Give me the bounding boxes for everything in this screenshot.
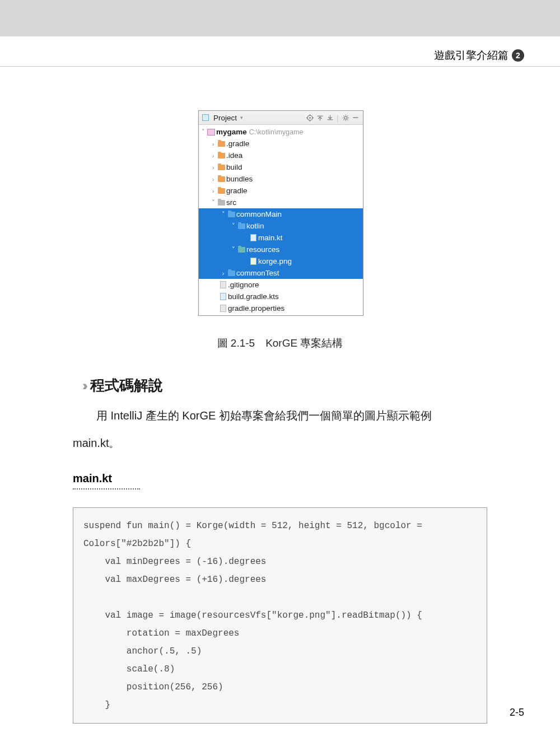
- tree-folder-commontest[interactable]: ›commonTest: [199, 267, 363, 279]
- chevron-down-icon[interactable]: ˅: [220, 211, 226, 218]
- section-heading-text: 程式碼解說: [90, 376, 163, 395]
- tree-file-korgepng[interactable]: korge.png: [199, 255, 363, 267]
- project-view-label[interactable]: Project: [213, 114, 237, 122]
- svg-line-18: [347, 115, 348, 116]
- folder-icon: [216, 188, 226, 194]
- tree-folder[interactable]: ›build: [199, 161, 363, 173]
- chapter-number-badge: 2: [512, 49, 524, 62]
- folder-icon: [216, 165, 226, 170]
- file-heading: main.kt: [73, 472, 112, 485]
- figure-caption: 圖 2.1-5 KorGE 專案結構: [0, 336, 560, 351]
- svg-point-10: [344, 116, 347, 119]
- header-rule: [0, 66, 560, 67]
- chapter-header: 遊戲引擎介紹篇 2: [434, 48, 524, 63]
- chevron-down-icon[interactable]: ˅: [210, 199, 216, 206]
- project-panel-header: Project ▾ |: [199, 111, 363, 125]
- chevron-right-icon[interactable]: ›: [220, 270, 226, 277]
- minimize-icon[interactable]: [352, 114, 360, 122]
- chevron-right-icon[interactable]: ›: [210, 164, 216, 171]
- paragraph-line-2: main.kt。: [73, 434, 487, 452]
- project-icon: [206, 129, 216, 136]
- file-icon: [218, 305, 228, 312]
- tree-file-mainkt[interactable]: main.kt: [199, 232, 363, 244]
- folder-icon: [226, 270, 236, 276]
- kt-file-icon: [248, 234, 258, 241]
- tree-folder[interactable]: ›gradle: [199, 185, 363, 197]
- tree-folder-src[interactable]: ˅src: [199, 197, 363, 208]
- expand-all-icon[interactable]: [316, 114, 324, 122]
- svg-point-1: [309, 117, 311, 119]
- gear-icon[interactable]: [342, 114, 349, 122]
- collapse-all-icon[interactable]: [326, 114, 334, 122]
- project-panel: Project ▾ | ˅ mygame C:\kotlin\mygame ›.…: [198, 110, 363, 316]
- svg-line-17: [343, 119, 344, 120]
- chevron-down-icon[interactable]: ˅: [200, 128, 206, 136]
- svg-line-16: [347, 119, 348, 120]
- folder-icon: [216, 153, 226, 158]
- dotted-underline: [73, 488, 140, 489]
- tree-root[interactable]: ˅ mygame C:\kotlin\mygame: [199, 126, 363, 138]
- chevron-right-icon[interactable]: ›: [210, 176, 216, 183]
- image-file-icon: [248, 258, 258, 265]
- tree-file[interactable]: gradle.properties: [199, 302, 363, 314]
- tree-folder-kotlin[interactable]: ˅kotlin: [199, 220, 363, 232]
- folder-icon: [236, 247, 246, 253]
- chevron-right-icon[interactable]: ›: [210, 188, 216, 194]
- folder-icon: [216, 200, 226, 206]
- chevron-down-icon[interactable]: ˅: [230, 246, 236, 253]
- folder-icon: [216, 141, 226, 147]
- tree-file[interactable]: build.gradle.kts: [199, 291, 363, 302]
- page-number: 2-5: [510, 707, 524, 719]
- section-heading: ›› 程式碼解說: [82, 376, 163, 395]
- file-icon: [218, 281, 228, 288]
- root-name: mygame: [216, 128, 247, 136]
- chapter-label: 遊戲引擎介紹篇: [434, 48, 508, 63]
- root-path: C:\kotlin\mygame: [249, 128, 304, 136]
- tree-folder-resources[interactable]: ˅resources: [199, 244, 363, 255]
- tree-folder[interactable]: ›bundles: [199, 173, 363, 185]
- tree-folder-commonmain[interactable]: ˅commonMain: [199, 208, 363, 220]
- code-block: suspend fun main() = Korge(width = 512, …: [73, 507, 487, 724]
- file-icon: [218, 293, 228, 300]
- svg-line-15: [343, 115, 344, 116]
- chevron-down-icon[interactable]: ˅: [230, 222, 236, 230]
- folder-icon: [216, 176, 226, 182]
- folder-icon: [236, 223, 246, 229]
- double-chevron-icon: ››: [82, 378, 85, 394]
- tree-folder[interactable]: ›.idea: [199, 150, 363, 161]
- project-tree[interactable]: ˅ mygame C:\kotlin\mygame ›.gradle ›.ide…: [199, 125, 363, 315]
- project-view-icon: [202, 114, 209, 121]
- tree-folder[interactable]: ›.gradle: [199, 138, 363, 150]
- chevron-right-icon[interactable]: ›: [210, 152, 216, 159]
- tree-file[interactable]: .gitignore: [199, 279, 363, 291]
- paragraph-line-1: 用 IntelliJ 產生的 KorGE 初始專案會給我們一個簡單的圖片顯示範例: [73, 407, 487, 425]
- chevron-right-icon[interactable]: ›: [210, 141, 216, 147]
- folder-icon: [226, 212, 236, 217]
- target-icon[interactable]: [306, 114, 314, 122]
- separator: |: [336, 114, 339, 122]
- top-margin-bar: [0, 0, 560, 36]
- dropdown-icon[interactable]: ▾: [240, 115, 243, 120]
